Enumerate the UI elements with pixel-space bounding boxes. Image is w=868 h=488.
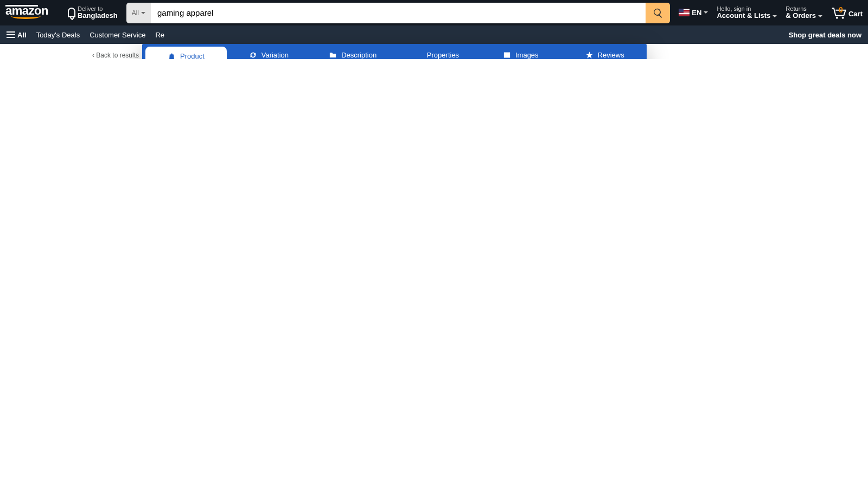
location-pin-icon — [68, 8, 75, 17]
search-input[interactable] — [151, 3, 646, 23]
subnav-item[interactable]: Re — [155, 31, 164, 39]
tab-description[interactable]: Description — [311, 44, 395, 59]
bag-icon — [168, 52, 176, 59]
amazon-logo[interactable] — [5, 5, 58, 21]
tab-variation[interactable]: Variation — [227, 44, 311, 59]
import-panel: Product Variation Description Properties… — [142, 44, 647, 59]
amazon-header: Deliver to Bangladesh All EN Hello, sign… — [0, 0, 868, 25]
deliver-country: Bangladesh — [78, 12, 118, 20]
folder-icon — [329, 51, 337, 59]
chevron-down-icon — [704, 11, 708, 16]
sliders-icon — [414, 51, 423, 59]
subnav-item[interactable]: Customer Service — [90, 31, 145, 39]
amazon-subnav: All Today's Deals Customer Service Re Sh… — [0, 25, 868, 44]
svg-point-1 — [842, 17, 844, 19]
tab-product[interactable]: Product — [145, 47, 227, 59]
hamburger-icon — [7, 30, 15, 40]
account-menu[interactable]: Hello, sign in Account & Lists — [717, 5, 777, 21]
returns-orders[interactable]: Returns & Orders — [786, 5, 822, 21]
deliver-to[interactable]: Deliver to Bangladesh — [65, 3, 121, 22]
search-icon — [653, 8, 663, 18]
cart-link[interactable]: 0 Cart — [831, 7, 863, 19]
tab-images[interactable]: Images — [478, 44, 563, 59]
refresh-icon — [249, 51, 257, 59]
tab-properties[interactable]: Properties — [395, 44, 479, 59]
subnav-item[interactable]: Today's Deals — [36, 31, 80, 39]
cart-count: 0 — [839, 5, 843, 14]
panel-tabs: Product Variation Description Properties… — [142, 44, 647, 59]
all-menu[interactable]: All — [7, 30, 27, 40]
search-button[interactable] — [646, 3, 670, 23]
search-bar: All — [126, 3, 671, 23]
language-selector[interactable]: EN — [679, 9, 708, 17]
search-category-dropdown[interactable]: All — [126, 3, 151, 23]
image-icon — [503, 51, 511, 59]
svg-point-0 — [836, 17, 838, 19]
star-icon — [585, 51, 593, 59]
subnav-promo[interactable]: Shop great deals now — [789, 31, 861, 39]
us-flag-icon — [679, 9, 690, 16]
tab-reviews[interactable]: Reviews — [563, 44, 647, 59]
